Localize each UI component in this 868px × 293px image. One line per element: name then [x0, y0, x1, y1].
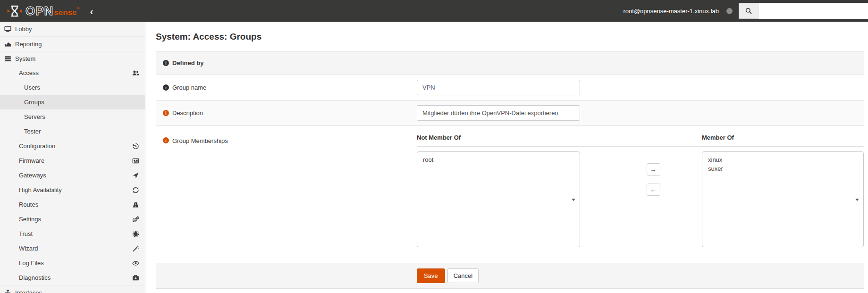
save-button[interactable]: Save: [417, 268, 445, 283]
sidebar-item-label: Firmware: [19, 157, 44, 164]
topbar: OPNsense® ‹ root@opnsense-master-1.xinux…: [0, 0, 868, 22]
sidebar-item-label: Gateways: [19, 172, 46, 179]
sidebar-item-label: Trust: [19, 230, 33, 237]
brand-registered: ®: [77, 6, 80, 10]
not-member-of-header: Not Member Of: [417, 134, 580, 141]
sidebar-item-label: System: [15, 55, 35, 62]
description-input[interactable]: [417, 105, 580, 121]
brand-prefix: OPN: [25, 5, 53, 17]
group-name-label: Group name: [172, 84, 206, 91]
topbar-right: root@opnsense-master-1.xinux.lab: [623, 0, 868, 22]
sidebar: LobbyReportingSystemAccessUsersGroupsSer…: [0, 22, 145, 293]
sidebar-item-label: Users: [24, 84, 40, 91]
sitemap-icon: [4, 289, 11, 293]
logged-in-user[interactable]: root@opnsense-master-1.xinux.lab: [623, 8, 719, 15]
info-icon[interactable]: [163, 84, 169, 91]
caret-down-icon: [855, 199, 859, 201]
form-row-group-memberships: Group Memberships Not Member Of Member O…: [156, 126, 864, 263]
history-icon: [132, 142, 139, 150]
sidebar-item-label: Groups: [24, 99, 44, 106]
opnsense-page: OPNsense® ‹ root@opnsense-master-1.xinux…: [0, 0, 868, 293]
sidebar-item-gateways[interactable]: Gateways: [0, 168, 145, 183]
sidebar-item-label: Servers: [24, 113, 45, 120]
page-title: System: Access: Groups: [156, 32, 868, 42]
info-icon[interactable]: [163, 60, 169, 66]
memberships-body: root → ← xinuxsuxer: [417, 151, 864, 247]
sidebar-item-label: Log Files: [19, 260, 44, 267]
sidebar-item-trust[interactable]: Trust: [0, 226, 145, 241]
sidebar-item-tester[interactable]: Tester: [0, 124, 145, 139]
list-option[interactable]: xinux: [702, 155, 863, 164]
search-input[interactable]: [758, 3, 868, 19]
form-row-group-name: Group name: [156, 75, 864, 100]
caret-down-icon: [572, 199, 575, 201]
magic-icon: [132, 245, 139, 252]
member-listbox[interactable]: xinuxsuxer: [702, 151, 864, 247]
sidebar-item-label: High Availability: [19, 186, 62, 193]
sidebar-item-label: Interfaces: [15, 289, 42, 293]
sidebar-item-label: Configuration: [19, 142, 55, 150]
main-content: System: Access: Groups Defined by Group …: [146, 22, 868, 293]
sidebar-item-settings[interactable]: Settings: [0, 212, 145, 226]
list-option[interactable]: suxer: [702, 164, 863, 173]
eye-icon: [132, 260, 139, 267]
memberships-table: Not Member Of Member Of root → ←: [417, 126, 864, 263]
sidebar-item-label: Diagnostics: [19, 274, 51, 281]
sidebar-item-high-availability[interactable]: High Availability: [0, 183, 145, 197]
sidebar-item-label: Tester: [24, 128, 41, 135]
sidebar-item-lobby[interactable]: Lobby: [0, 22, 145, 36]
sidebar-item-log-files[interactable]: Log Files: [0, 256, 145, 270]
sidebar-item-groups[interactable]: Groups: [0, 95, 145, 109]
refresh-icon: [132, 186, 139, 193]
form-row-defined-by: Defined by: [156, 51, 864, 75]
description-label: Description: [172, 109, 203, 117]
info-icon[interactable]: [163, 110, 169, 116]
road-icon: [132, 201, 139, 208]
sidebar-item-firmware[interactable]: Firmware: [0, 153, 145, 168]
sidebar-item-configuration[interactable]: Configuration: [0, 139, 145, 153]
group-memberships-label: Group Memberships: [172, 137, 228, 144]
search-icon[interactable]: [739, 3, 758, 19]
sidebar-item-diagnostics[interactable]: Diagnostics: [0, 270, 145, 285]
medkit-icon: [132, 274, 139, 281]
memberships-header-row: Not Member Of Member Of: [417, 126, 864, 147]
move-to-not-member-button[interactable]: ←: [647, 184, 660, 196]
member-of-header: Member Of: [702, 134, 864, 141]
sidebar-item-label: Access: [19, 69, 39, 76]
status-dot: [726, 8, 733, 14]
sidebar-item-label: Lobby: [15, 25, 32, 33]
sidebar-item-system[interactable]: System: [0, 51, 145, 66]
users-icon: [132, 69, 139, 76]
info-icon[interactable]: [163, 137, 169, 143]
sidebar-item-routes[interactable]: Routes: [0, 197, 145, 212]
location-arrow-icon: [132, 172, 139, 179]
sidebar-item-interfaces[interactable]: Interfaces: [0, 285, 145, 293]
sidebar-item-servers[interactable]: Servers: [0, 109, 145, 124]
not-member-listbox[interactable]: root: [417, 151, 580, 247]
hourglass-logo-icon: [7, 5, 23, 17]
sidebar-item-wizard[interactable]: Wizard: [0, 241, 145, 256]
sidebar-item-users[interactable]: Users: [0, 80, 145, 95]
sidebar-item-label: Wizard: [19, 245, 38, 252]
server-stack-icon: [4, 55, 11, 62]
list-option[interactable]: root: [417, 155, 580, 164]
cancel-button[interactable]: Cancel: [447, 268, 479, 283]
sidebar-item-label: Routes: [19, 201, 38, 208]
group-name-input[interactable]: [417, 80, 580, 95]
form-row-actions: Save Cancel: [156, 263, 864, 289]
sidebar-item-label: Settings: [19, 216, 41, 223]
sidebar-item-reporting[interactable]: Reporting: [0, 36, 145, 51]
sidebar-item-access[interactable]: Access: [0, 66, 145, 80]
form-row-description: Description: [156, 100, 864, 126]
opnsense-logo[interactable]: OPNsense®: [7, 5, 79, 17]
move-to-member-button[interactable]: →: [647, 163, 660, 176]
group-edit-form: Defined by Group name Description: [156, 51, 864, 289]
sidebar-item-label: Reporting: [15, 41, 42, 48]
brand-suffix: sense: [54, 8, 76, 17]
sidebar-collapse-icon[interactable]: ‹: [90, 6, 93, 16]
cogs-icon: [132, 216, 139, 223]
chart-area-icon: [4, 41, 11, 48]
defined-by-label: Defined by: [172, 59, 203, 67]
search-box: [739, 3, 868, 19]
newspaper-icon: [132, 157, 139, 164]
